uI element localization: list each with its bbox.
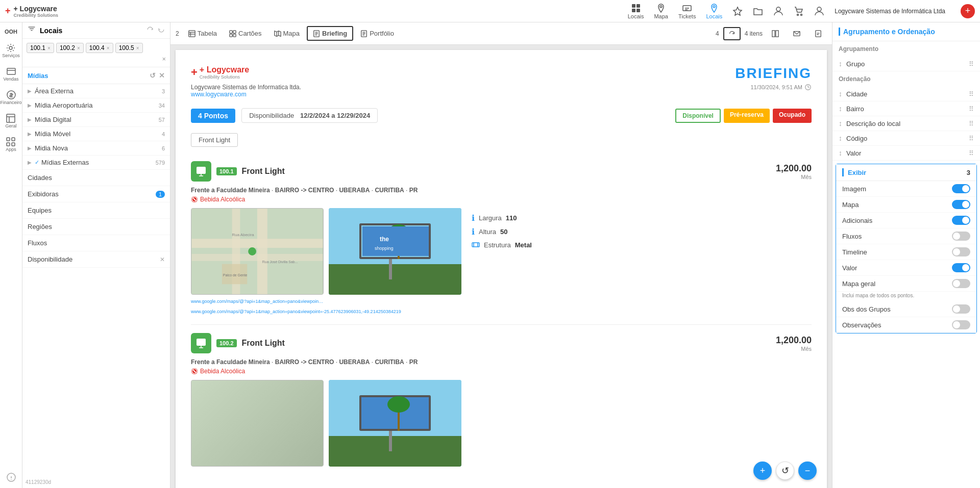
zoom-reset-button[interactable]: ↺: [776, 461, 794, 480]
filter-refresh-icon[interactable]: [146, 26, 154, 35]
toggle-fluxos-switch[interactable]: [952, 232, 970, 241]
disponibilidade-close-icon[interactable]: ✕: [160, 256, 165, 263]
tag-search-input[interactable]: [27, 56, 57, 63]
briefing-document: + + Logycware Credibility Solutions Logy…: [176, 50, 827, 488]
media-item-movel[interactable]: ▶ Mídia Móvel 4: [22, 127, 170, 141]
cartoes-button[interactable]: Cartões: [224, 27, 267, 40]
mapa-button[interactable]: Mapa: [269, 27, 305, 40]
tag-remove-100-5[interactable]: ×: [136, 45, 139, 51]
media-item-area-externa[interactable]: ▶ Área Externa 3: [22, 84, 170, 98]
toggle-adicionais: Adicionais: [836, 213, 976, 228]
nav-item-locais1[interactable]: Locais: [628, 3, 644, 19]
nav-item-folder[interactable]: [753, 6, 763, 16]
zoom-in-button[interactable]: +: [753, 461, 772, 480]
toggle-obs-grupos-switch[interactable]: [952, 304, 970, 314]
filter-disponibilidade[interactable]: Disponibilidade ✕: [22, 251, 170, 268]
tag-remove-100-2[interactable]: ×: [77, 45, 80, 51]
media-item-aeroportuaria[interactable]: ▶ Mídia Aeroportuária 34: [22, 98, 170, 113]
nav-item-locais2[interactable]: Locais: [706, 3, 722, 19]
sort-valor[interactable]: ↕ Valor ⠿: [832, 146, 980, 161]
svg-rect-3: [636, 9, 640, 12]
tag-100-4[interactable]: 100.4 ×: [86, 43, 113, 53]
sidebar-item-apps[interactable]: Apps: [4, 135, 18, 154]
email-button[interactable]: [788, 28, 805, 40]
toggle-mapa-geral-switch[interactable]: [952, 279, 970, 288]
nav-item-mapa[interactable]: Mapa: [654, 3, 668, 19]
briefing-button[interactable]: Briefing: [307, 26, 353, 41]
map-link-100-1[interactable]: www.google.com/maps/@?api=1&map_action=p…: [191, 299, 324, 304]
toolbar-number: 2: [176, 30, 179, 37]
pdf-button[interactable]: [810, 28, 827, 40]
briefing-title: BRIEFING: [735, 65, 812, 82]
toggle-timeline: Timeline: [836, 244, 976, 260]
toggle-imagem-switch[interactable]: [952, 184, 970, 193]
chevron-icon: ▶: [28, 131, 32, 137]
point-card-100-1: 100.1 Front Light 1,200.00 Mês Frente a …: [191, 161, 812, 314]
sidebar-item-vendas[interactable]: Vendas: [1, 64, 20, 84]
nav-item-tickets[interactable]: Tickets: [678, 3, 696, 19]
sort-descricao[interactable]: ↕ Descrição do local ⠿: [832, 116, 980, 131]
filter-fluxos[interactable]: Fluxos: [22, 235, 170, 251]
tag-100-1[interactable]: 100.1 ×: [27, 43, 54, 53]
sort-cidade[interactable]: ↕ Cidade ⠿: [832, 87, 980, 101]
filter-regioes[interactable]: Regiões: [22, 219, 170, 235]
nav-item-account[interactable]: [814, 6, 824, 16]
toggle-timeline-switch[interactable]: [952, 247, 970, 256]
sort-grupo[interactable]: ↕ Grupo ⠿: [832, 57, 980, 71]
svg-rect-32: [816, 30, 821, 36]
sidebar-item-financeiro[interactable]: Financeiro: [0, 88, 24, 107]
svg-rect-57: [362, 226, 429, 256]
midias-close-icon[interactable]: ✕: [159, 71, 165, 80]
logo-tagline: Credibility Solutions: [14, 13, 59, 18]
svg-rect-19: [12, 143, 15, 146]
status-disponivel-badge: Disponível: [675, 109, 721, 123]
tag-100-5[interactable]: 100.5 ×: [115, 43, 143, 53]
midias-refresh-icon[interactable]: ↺: [150, 71, 156, 80]
exibir-bar: [842, 168, 844, 176]
zoom-out-button[interactable]: −: [798, 461, 817, 480]
filter-equipes[interactable]: Equipes: [22, 202, 170, 219]
tag-remove-100-1[interactable]: ×: [47, 45, 51, 51]
filter-exibidoras[interactable]: Exibidoras 1: [22, 186, 170, 202]
media-item-digital[interactable]: ▶ Mídia Digital 57: [22, 113, 170, 127]
sort-codigo[interactable]: ↕ Código ⠿: [832, 131, 980, 146]
tag-remove-100-4[interactable]: ×: [107, 45, 110, 51]
sidebar-item-servicos[interactable]: Serviços: [0, 41, 22, 60]
section-label-front-light: Front Light: [191, 133, 238, 147]
svg-point-71: [387, 396, 410, 413]
toggle-adicionais-switch[interactable]: [952, 216, 970, 225]
svg-rect-25: [233, 34, 236, 36]
nav-item-cart[interactable]: [794, 6, 804, 16]
filter-reload-icon[interactable]: [158, 26, 165, 35]
tags-close-icon[interactable]: ×: [162, 55, 166, 63]
sort-bairro[interactable]: ↕ Bairro ⠿: [832, 101, 980, 116]
svg-point-6: [713, 6, 715, 8]
drag-icon: ⠿: [969, 149, 974, 157]
filter-cidades[interactable]: Cidades: [22, 170, 170, 186]
ordenacao-label: Ordenação: [832, 71, 980, 87]
point-number-100-1: 100.1: [216, 167, 237, 175]
portfolio-button[interactable]: Portfólio: [355, 27, 399, 40]
nav-item-favorites[interactable]: [732, 6, 743, 16]
toggle-mapa-switch[interactable]: [952, 200, 970, 209]
media-item-externas[interactable]: ▶ ✓ Mídias Externas 579: [22, 156, 170, 170]
sidebar-item-geral[interactable]: Geral: [3, 111, 18, 131]
toggle-valor-switch[interactable]: [952, 263, 970, 272]
filter-icon[interactable]: [28, 25, 36, 35]
nav-item-user[interactable]: [773, 6, 783, 16]
sidebar-item-ooh[interactable]: OOH: [3, 27, 19, 37]
main-content: + + Logycware Credibility Solutions Logy…: [170, 45, 832, 488]
refresh-results-button[interactable]: [723, 27, 741, 40]
tabela-button[interactable]: Tabela: [183, 27, 222, 40]
zoom-controls: + ↺ −: [753, 461, 817, 480]
svg-rect-21: [189, 30, 195, 36]
layout-toggle-button[interactable]: [767, 28, 784, 40]
svg-point-9: [797, 14, 799, 15]
media-item-nova[interactable]: ▶ Midia Nova 6: [22, 141, 170, 156]
add-button[interactable]: +: [961, 4, 975, 18]
svg-point-4: [660, 6, 662, 8]
tag-100-2[interactable]: 100.2 ×: [56, 43, 84, 53]
svg-rect-34: [197, 167, 206, 174]
toggle-observacoes-switch[interactable]: [952, 320, 970, 329]
info-icon: ℹ: [472, 213, 475, 223]
